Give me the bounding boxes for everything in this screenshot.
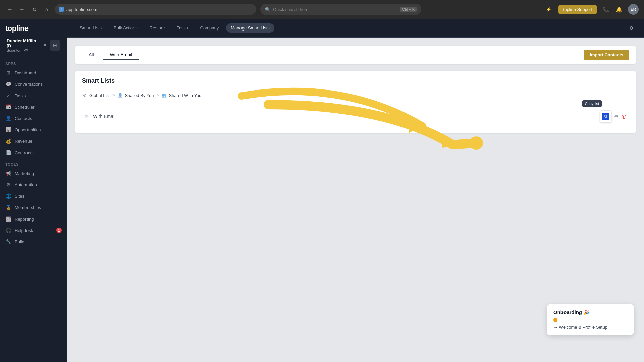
panel-title: Smart Lists [82,77,629,84]
tab-restore[interactable]: Restore [145,23,170,33]
smart-list-items: ≡ With Email Copy list ⧉ ✏ 🗑 [82,106,629,126]
sidebar-item-contacts[interactable]: 👤 Contacts [0,113,67,124]
filter-tabs: AllWith Email [82,50,139,60]
tasks-icon: ✓ [5,93,11,99]
content-area: AllWith Email Import Contacts Smart List… [67,38,644,362]
sidebar-item-opportunities[interactable]: 📊 Opportunities [0,124,67,135]
dashboard-label: Dashboard [15,70,36,75]
automation-icon: ⚙ [5,182,11,188]
filter-tab-all[interactable]: All [82,50,101,60]
forward-button[interactable]: → [17,5,27,14]
sidebar-item-reporting[interactable]: 📈 Reporting [0,213,67,225]
svg-marker-0 [439,135,453,148]
sidebar-item-helpdesk[interactable]: 🎧 Helpdesk 1 [0,225,67,236]
tasks-label: Tasks [15,93,26,98]
global-list-icon: ⊙ [82,93,87,98]
back-button[interactable]: ← [5,5,15,14]
import-contacts-button[interactable]: Import Contacts [584,50,629,60]
phone-icon[interactable]: 📞 [601,5,610,14]
tab-smart-lists[interactable]: Smart Lists [75,23,106,33]
breadcrumb-separator: > [112,93,115,98]
lightning-button[interactable]: ⚡ [544,4,554,15]
svg-point-1 [470,136,483,150]
main-content: Smart ListsBulk ActionsRestoreTasksCompa… [67,19,644,362]
sidebar-toggle-button[interactable]: ⊟ [50,40,60,51]
filter-bar: AllWith Email Import Contacts [75,46,636,64]
shared-with-you-icon: 👥 [161,93,167,98]
breadcrumb-shared-with-you[interactable]: 👥Shared With You [161,93,201,98]
workspace-name: Dunder Mifflin [D... [7,38,40,48]
conversations-label: Conversations [15,82,43,87]
search-icon: 🔍 [265,7,270,12]
sidebar-item-sites[interactable]: 🌐 Sites [0,190,67,202]
opportunities-icon: 📊 [5,127,11,133]
helpdesk-badge: 1 [56,228,62,233]
onboarding-item[interactable]: → Welcome & Profile Setup [553,325,627,330]
sidebar-item-tasks[interactable]: ✓ Tasks [0,90,67,101]
memberships-label: Memberships [15,205,41,210]
sidebar-item-contracts[interactable]: 📄 Contracts [0,147,67,158]
nav-tabs-container: Smart ListsBulk ActionsRestoreTasksCompa… [75,23,624,33]
sidebar-item-build[interactable]: 🔧 Build [0,236,67,247]
url-text: app.topline.com [66,7,97,12]
search-placeholder: Quick search here [273,7,309,12]
list-item-with-email[interactable]: ≡ With Email Copy list ⧉ ✏ 🗑 [82,106,629,126]
helpdesk-label: Helpdesk [15,228,33,233]
reporting-icon: 📈 [5,216,11,222]
edit-list-button[interactable]: ✏ [614,113,619,119]
reporting-label: Reporting [15,217,34,222]
conversations-icon: 💬 [5,81,11,87]
filter-tab-with-email[interactable]: With Email [103,50,139,60]
sites-label: Sites [15,194,24,199]
contacts-icon: 👤 [5,115,11,121]
list-item-name: With Email [93,114,594,119]
address-bar[interactable]: t app.topline.com [55,4,256,15]
breadcrumb-global-list[interactable]: ⊙Global List [82,93,110,98]
tab-manage-smart-lists[interactable]: Manage Smart Lists [226,23,274,33]
helpdesk-icon: 🎧 [5,227,11,233]
workspace-selector[interactable]: Dunder Mifflin [D... Scranton, PA ▼ ⊟ [3,36,64,55]
marketing-label: Marketing [15,171,34,176]
scheduler-icon: 📅 [5,104,11,110]
contracts-icon: 📄 [5,149,11,156]
bell-icon[interactable]: 🔔 [614,5,624,14]
contacts-label: Contacts [15,116,32,121]
scheduler-label: Scheduler [15,105,35,110]
revenue-label: Revenue [15,139,32,144]
list-hamburger-icon: ≡ [85,113,88,119]
delete-list-button[interactable]: 🗑 [622,114,627,119]
sidebar-item-automation[interactable]: ⚙ Automation [0,179,67,190]
browser-search-bar[interactable]: 🔍 Quick search here Ctrl + K [260,4,421,15]
sidebar-item-conversations[interactable]: 💬 Conversations [0,78,67,90]
settings-icon[interactable]: ⚙ [627,23,636,33]
home-button[interactable]: ⌂ [42,5,51,14]
tools-nav: 📢 Marketing ⚙ Automation 🌐 Sites 🏅 Membe… [0,168,67,247]
workspace-dropdown-icon: ▼ [43,43,47,48]
sidebar: topline Dunder Mifflin [D... Scranton, P… [0,19,67,362]
copy-list-button[interactable]: ⧉ [600,110,612,122]
sidebar-item-dashboard[interactable]: ⊞ Dashboard [0,67,67,78]
support-button[interactable]: topline Support [558,5,597,14]
avatar[interactable]: ER [628,4,639,15]
contracts-label: Contracts [15,150,34,155]
copy-tooltip: Copy list [582,100,602,107]
tab-bulk-actions[interactable]: Bulk Actions [109,23,142,33]
copy-icon: ⧉ [602,113,609,120]
app-container: topline Dunder Mifflin [D... Scranton, P… [0,19,644,362]
breadcrumb-shared-by-you[interactable]: 👤Shared By You [117,93,154,98]
app-logo: topline [0,19,67,36]
tools-section-label: Tools [0,158,67,168]
onboarding-progress-dot [553,318,557,322]
dashboard-icon: ⊞ [5,70,11,76]
sidebar-item-memberships[interactable]: 🏅 Memberships [0,202,67,213]
sidebar-item-marketing[interactable]: 📢 Marketing [0,168,67,179]
build-label: Build [15,239,24,244]
apps-nav: ⊞ Dashboard 💬 Conversations ✓ Tasks 📅 Sc… [0,67,67,158]
tab-company[interactable]: Company [196,23,224,33]
sidebar-item-scheduler[interactable]: 📅 Scheduler [0,101,67,113]
sidebar-item-revenue[interactable]: 💰 Revenue [0,135,67,147]
favicon-icon: t [59,7,64,12]
search-shortcut: Ctrl + K [400,7,417,12]
tab-tasks[interactable]: Tasks [172,23,193,33]
refresh-button[interactable]: ↻ [30,5,39,14]
